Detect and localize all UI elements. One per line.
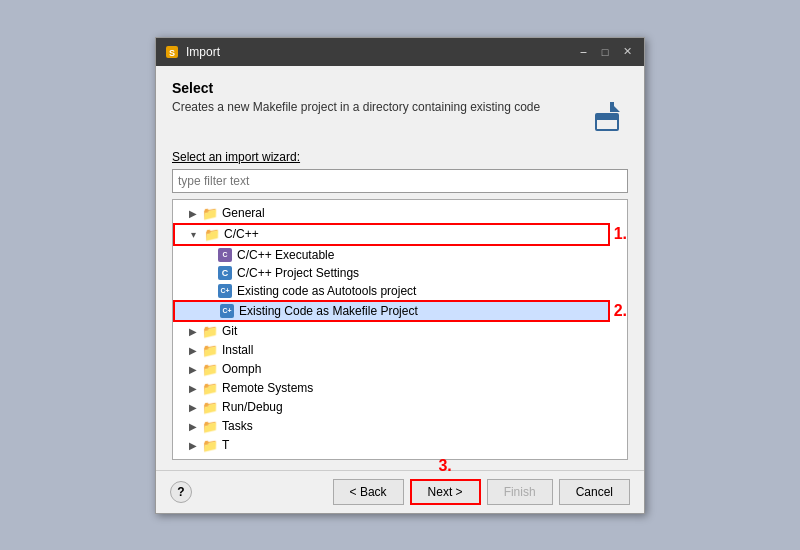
minimize-button[interactable]: ‒ <box>574 43 592 61</box>
annotation-3: 3. <box>438 457 451 475</box>
section-title: Select <box>172 80 628 96</box>
tree-item-rundebug[interactable]: ▶ 📁 Run/Debug <box>173 398 627 417</box>
label-oomph: Oomph <box>222 362 261 376</box>
folder-icon-git: 📁 <box>202 324 218 339</box>
label-install: Install <box>222 343 253 357</box>
import-icon <box>592 100 628 136</box>
tree-item-remote[interactable]: ▶ 📁 Remote Systems <box>173 379 627 398</box>
tree-item-cpp-exec[interactable]: ▶ C C/C++ Executable <box>173 246 627 264</box>
cpp-make-icon: C+ <box>220 304 234 318</box>
svg-text:S: S <box>169 48 175 58</box>
makefile-row: ▶ C+ Existing Code as Makefile Project 2… <box>173 300 627 322</box>
arrow-install: ▶ <box>189 345 199 356</box>
cpp-exec-icon: C <box>218 248 232 262</box>
tree-item-cpp[interactable]: ▾ 📁 C/C++ <box>173 223 610 246</box>
section-desc-text: Creates a new Makefile project in a dire… <box>172 100 540 114</box>
label-cpp-make: Existing Code as Makefile Project <box>239 304 418 318</box>
close-button[interactable]: ✕ <box>618 43 636 61</box>
tree-item-cpp-auto[interactable]: ▶ C+ Existing code as Autotools project <box>173 282 627 300</box>
label-cpp-exec: C/C++ Executable <box>237 248 334 262</box>
help-button[interactable]: ? <box>170 481 192 503</box>
tree-item-cpp-proj[interactable]: ▶ C C/C++ Project Settings <box>173 264 627 282</box>
dialog-title: Import <box>186 45 220 59</box>
folder-icon-tasks: 📁 <box>202 419 218 434</box>
folder-icon-rundebug: 📁 <box>202 400 218 415</box>
arrow-cpp: ▾ <box>191 229 201 240</box>
label-rundebug: Run/Debug <box>222 400 283 414</box>
tree-item-install[interactable]: ▶ 📁 Install <box>173 341 627 360</box>
cpp-proj-icon: C <box>218 266 232 280</box>
dialog-body: Select Creates a new Makefile project in… <box>156 66 644 470</box>
svg-rect-3 <box>596 114 618 120</box>
import-dialog: S Import ‒ □ ✕ Select Creates a new Make… <box>155 37 645 514</box>
back-button[interactable]: < Back <box>333 479 404 505</box>
window-controls: ‒ □ ✕ <box>574 43 636 61</box>
app-icon: S <box>164 44 180 60</box>
cpp-auto-icon: C+ <box>218 284 232 298</box>
label-tasks: Tasks <box>222 419 253 433</box>
title-bar: S Import ‒ □ ✕ <box>156 38 644 66</box>
folder-icon-general: 📁 <box>202 206 218 221</box>
svg-rect-5 <box>610 102 614 112</box>
filter-input[interactable] <box>172 169 628 193</box>
tree-item-tasks[interactable]: ▶ 📁 Tasks <box>173 417 627 436</box>
label-t: T <box>222 438 229 452</box>
folder-icon-t: 📁 <box>202 438 218 453</box>
tree-item-general[interactable]: ▶ 📁 General <box>173 204 627 223</box>
footer-center: < Back 3. Next > Finish Cancel <box>333 479 630 505</box>
section-desc: Creates a new Makefile project in a dire… <box>172 100 628 136</box>
arrow-remote: ▶ <box>189 383 199 394</box>
next-wrapper: 3. Next > <box>410 479 481 505</box>
label-general: General <box>222 206 265 220</box>
tree-item-t[interactable]: ▶ 📁 T <box>173 436 627 455</box>
tree-container: ▶ 📁 General ▾ 📁 C/C++ 1. ▶ C <box>172 199 628 460</box>
filter-label: Select an import wizard: <box>172 150 628 164</box>
arrow-tasks: ▶ <box>189 421 199 432</box>
next-button[interactable]: Next > <box>410 479 481 505</box>
arrow-rundebug: ▶ <box>189 402 199 413</box>
tree-item-cpp-make[interactable]: ▶ C+ Existing Code as Makefile Project <box>173 300 610 322</box>
folder-icon-install: 📁 <box>202 343 218 358</box>
tree-scroll[interactable]: ▶ 📁 General ▾ 📁 C/C++ 1. ▶ C <box>173 200 627 459</box>
label-git: Git <box>222 324 237 338</box>
arrow-general: ▶ <box>189 208 199 219</box>
label-remote: Remote Systems <box>222 381 313 395</box>
folder-icon-oomph: 📁 <box>202 362 218 377</box>
maximize-button[interactable]: □ <box>596 43 614 61</box>
tree-item-git[interactable]: ▶ 📁 Git <box>173 322 627 341</box>
arrow-t: ▶ <box>189 440 199 451</box>
finish-button[interactable]: Finish <box>487 479 553 505</box>
folder-icon-cpp: 📁 <box>204 227 220 242</box>
label-cpp-auto: Existing code as Autotools project <box>237 284 416 298</box>
annotation-1: 1. <box>614 225 627 243</box>
arrow-oomph: ▶ <box>189 364 199 375</box>
arrow-git: ▶ <box>189 326 199 337</box>
folder-icon-remote: 📁 <box>202 381 218 396</box>
label-cpp-proj: C/C++ Project Settings <box>237 266 359 280</box>
title-bar-left: S Import <box>164 44 220 60</box>
label-cpp: C/C++ <box>224 227 259 241</box>
tree-item-oomph[interactable]: ▶ 📁 Oomph <box>173 360 627 379</box>
footer-buttons: < Back 3. Next > Finish Cancel <box>333 479 630 505</box>
annotation-2: 2. <box>614 302 627 320</box>
cancel-button[interactable]: Cancel <box>559 479 630 505</box>
dialog-footer: ? < Back 3. Next > Finish Cancel <box>156 470 644 513</box>
